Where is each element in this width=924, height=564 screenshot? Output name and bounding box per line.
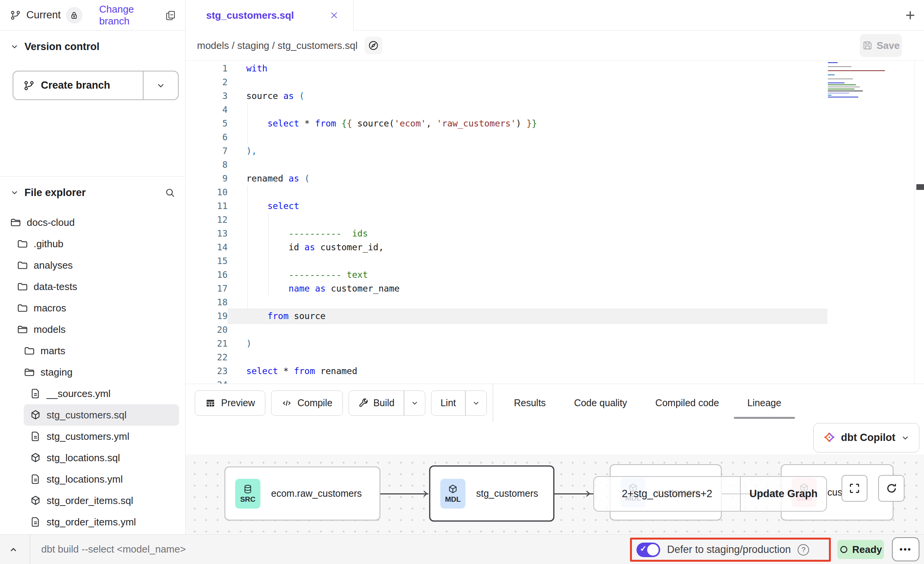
line-number: 19: [186, 309, 228, 323]
code-editor[interactable]: 1with23source as (45 select * from {{ so…: [186, 61, 924, 384]
file-item--sources-yml[interactable]: __sources.yml: [0, 383, 185, 404]
file-item-models[interactable]: models: [0, 319, 185, 340]
preview-button[interactable]: Preview: [195, 391, 265, 416]
file-item-staging[interactable]: staging: [0, 361, 185, 383]
code-icon: [281, 398, 292, 408]
file-info-button[interactable]: [365, 37, 382, 54]
save-button[interactable]: Save: [860, 34, 902, 57]
compile-button[interactable]: Compile: [271, 391, 343, 416]
minimap[interactable]: [828, 62, 878, 97]
build-main[interactable]: Build: [349, 391, 404, 415]
tab-lineage[interactable]: Lineage: [747, 384, 781, 422]
model-icon: [30, 409, 41, 421]
build-dropdown[interactable]: [404, 391, 425, 415]
file-explorer-header[interactable]: File explorer: [0, 182, 185, 203]
editor-boundary: [914, 61, 915, 384]
tab-results[interactable]: Results: [514, 384, 546, 422]
update-graph-button[interactable]: Update Graph: [741, 477, 826, 511]
wrench-icon: [358, 398, 369, 408]
create-branch-main[interactable]: Create branch: [13, 71, 143, 99]
folder-open-icon: [17, 324, 28, 335]
tab-compiled-code[interactable]: Compiled code: [655, 384, 719, 422]
chevron-down-icon: [156, 81, 166, 91]
code-line-2: 2: [186, 75, 924, 89]
lint-main[interactable]: Lint: [431, 391, 465, 415]
toggle-knob: [647, 544, 659, 556]
file-item-stg-locations-sql[interactable]: stg_locations.sql: [0, 447, 185, 468]
defer-toggle[interactable]: ✓: [636, 543, 660, 557]
search-icon[interactable]: [165, 187, 175, 198]
code-line-1: 1with: [186, 62, 924, 75]
lint-button[interactable]: Lint: [431, 391, 487, 416]
file-item-stg-order-items-sql[interactable]: stg_order_items.sql: [0, 490, 185, 511]
line-number: 14: [186, 240, 228, 254]
status-circle-icon: [839, 545, 848, 554]
file-item-label: .github: [34, 238, 63, 250]
line-number: 22: [186, 350, 228, 364]
create-branch-dropdown[interactable]: [144, 71, 178, 99]
tab-bar: stg_customers.sql: [186, 0, 924, 31]
tab-title: stg_customers.sql: [206, 10, 294, 21]
line-number: 17: [186, 282, 228, 295]
chevron-up-icon[interactable]: [8, 544, 19, 555]
indent-guide: [247, 213, 248, 227]
help-icon[interactable]: ?: [798, 544, 809, 556]
fullscreen-button[interactable]: [842, 475, 867, 502]
selector-input[interactable]: 2+stg_customers+2: [594, 477, 740, 511]
code-line-24: 24: [186, 378, 924, 384]
statusbar-divider: [30, 535, 31, 564]
lineage-canvas[interactable]: SRC ecom.raw_customers MDL stg_customers: [186, 454, 924, 534]
file-item-macros[interactable]: macros: [0, 297, 185, 319]
node-label: stg_customers: [476, 488, 538, 499]
file-item-stg-customers-yml[interactable]: stg_customers.yml: [0, 426, 185, 447]
create-branch-button[interactable]: Create branch: [13, 71, 179, 100]
create-branch-label: Create branch: [41, 79, 110, 91]
file-explorer-title: File explorer: [24, 187, 86, 199]
line-number: 9: [186, 172, 228, 185]
file-icon: [30, 473, 41, 485]
file-item-stg-customers-sql[interactable]: stg_customers.sql: [24, 404, 179, 426]
file-item-marts[interactable]: marts: [0, 340, 185, 361]
code-line-15: 15: [186, 254, 924, 268]
lint-dropdown[interactable]: [466, 391, 486, 415]
scrollbar-thumb[interactable]: [916, 184, 924, 190]
code-text: renamed as (: [246, 172, 310, 185]
version-control-header[interactable]: Version control: [0, 36, 185, 57]
refresh-button[interactable]: [878, 475, 905, 502]
change-branch-link[interactable]: Change branch: [99, 3, 165, 27]
file-item-label: macros: [34, 302, 66, 314]
command-input[interactable]: dbt build --select <model_name>: [41, 535, 186, 564]
node-label: ecom.raw_customers: [271, 488, 362, 499]
tab-stg-customers-sql[interactable]: stg_customers.sql: [186, 0, 354, 31]
lineage-node-stg-customers[interactable]: MDL stg_customers: [429, 465, 554, 522]
new-tab-plus-icon[interactable]: [903, 8, 917, 22]
line-number: 15: [186, 254, 228, 268]
file-item-stg-locations-yml[interactable]: stg_locations.yml: [0, 468, 185, 490]
file-item--github[interactable]: .github: [0, 233, 185, 254]
line-number: 2: [186, 75, 228, 89]
file-item-docs-cloud[interactable]: docs-cloud: [0, 212, 185, 233]
file-item-analyses[interactable]: analyses: [0, 254, 185, 276]
build-label: Build: [373, 397, 395, 408]
folder-icon: [17, 238, 28, 250]
line-number: 5: [186, 117, 228, 130]
code-line-8: 8: [186, 158, 924, 172]
more-options-button[interactable]: •••: [892, 537, 919, 561]
copy-icon[interactable]: [165, 10, 176, 21]
line-number: 13: [186, 227, 228, 240]
close-icon[interactable]: [329, 10, 339, 21]
folder-open-icon: [24, 366, 35, 378]
git-branch-icon: [23, 80, 35, 91]
tab-code-quality[interactable]: Code quality: [574, 384, 627, 422]
line-number: 1: [186, 62, 228, 75]
file-item-data-tests[interactable]: data-tests: [0, 276, 185, 297]
file-icon: [30, 516, 41, 528]
file-icon: [30, 431, 41, 442]
lineage-node-ecom-raw-customers[interactable]: SRC ecom.raw_customers: [225, 467, 380, 520]
breadcrumb: models / staging / stg_customers.sql: [197, 40, 358, 52]
file-item-stg-order-items-yml[interactable]: stg_order_items.yml: [0, 511, 185, 533]
chevron-down-icon: [10, 42, 19, 51]
dbt-copilot-button[interactable]: dbt Copilot: [813, 423, 919, 452]
code-text: from source: [246, 309, 326, 323]
build-button[interactable]: Build: [349, 391, 425, 416]
